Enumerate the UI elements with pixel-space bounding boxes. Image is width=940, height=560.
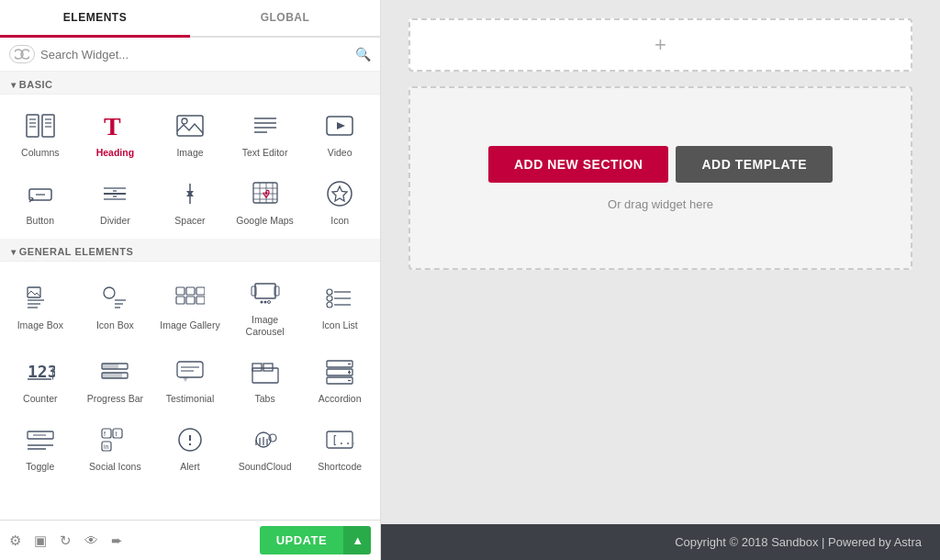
- widget-toggle-label: Toggle: [26, 461, 54, 473]
- search-bar: 🔍: [0, 38, 380, 72]
- update-button[interactable]: UPDATE: [260, 526, 343, 554]
- widget-google-maps-label: Google Maps: [236, 215, 293, 227]
- widget-social-icons-label: Social Icons: [89, 461, 141, 473]
- widget-soundcloud-label: SoundCloud: [239, 461, 292, 473]
- svg-point-63: [327, 289, 332, 295]
- widget-image-gallery[interactable]: Image Gallery: [153, 267, 227, 344]
- image-box-icon: [24, 282, 57, 315]
- text-editor-icon: [249, 109, 282, 142]
- tab-elements[interactable]: ELEMENTS: [0, 0, 190, 38]
- widget-icon-list-label: Icon List: [322, 319, 358, 331]
- svg-rect-3: [42, 115, 54, 137]
- add-section-row[interactable]: +: [408, 18, 912, 72]
- svg-point-59: [267, 301, 270, 304]
- svg-rect-72: [102, 373, 122, 378]
- tab-bar: ELEMENTS GLOBAL: [0, 0, 380, 38]
- widget-accordion[interactable]: Accordion: [303, 346, 376, 412]
- widget-image-carousel-label: Image Carousel: [232, 314, 298, 337]
- widget-image-box[interactable]: Image Box: [4, 267, 77, 344]
- widget-icon-box-label: Icon Box: [96, 319, 134, 331]
- alert-icon: [173, 423, 207, 456]
- widget-button-label: Button: [27, 215, 54, 227]
- widget-tabs[interactable]: Tabs: [229, 346, 302, 412]
- add-new-section-button[interactable]: ADD NEW SECTION: [488, 146, 669, 183]
- update-btn-group: UPDATE ▲: [260, 526, 371, 554]
- image-carousel-icon: [249, 276, 282, 309]
- svg-marker-18: [337, 122, 345, 129]
- progress-bar-icon: [98, 355, 131, 388]
- svg-rect-92: [113, 429, 122, 438]
- widget-divider[interactable]: Divider: [79, 168, 152, 234]
- widget-google-maps[interactable]: Google Maps: [229, 168, 302, 234]
- spacer-icon: [173, 177, 207, 210]
- page-footer: Copyright © 2018 Sandbox | Powered by As…: [381, 524, 940, 560]
- basic-widget-grid: Columns T Heading Image: [0, 95, 380, 239]
- bottom-toolbar: ⚙ ▣ ↻ 👁 ➨ UPDATE ▲: [0, 520, 380, 560]
- widget-shortcode[interactable]: [...] Shortcode: [303, 414, 376, 480]
- widget-testimonial-label: Testimonial: [166, 393, 215, 405]
- svg-text:T: T: [104, 112, 121, 140]
- widget-counter-label: Counter: [23, 393, 57, 405]
- svg-text:t: t: [116, 431, 118, 437]
- svg-point-44: [104, 287, 115, 298]
- widget-icon-list[interactable]: Icon List: [303, 267, 376, 344]
- canvas-area: + ADD NEW SECTION ADD TEMPLATE Or drag w…: [381, 0, 940, 524]
- widget-testimonial[interactable]: Testimonial: [153, 346, 227, 412]
- widget-video[interactable]: Video: [303, 100, 376, 166]
- svg-rect-52: [186, 297, 195, 304]
- columns-icon: [24, 109, 57, 142]
- settings-icon[interactable]: ⚙: [9, 532, 21, 549]
- responsive-icon[interactable]: ▣: [34, 532, 47, 549]
- widget-image-label: Image: [176, 147, 203, 159]
- tab-global[interactable]: GLOBAL: [190, 0, 380, 36]
- svg-point-37: [264, 191, 267, 194]
- update-arrow-button[interactable]: ▲: [343, 526, 371, 554]
- preview-icon[interactable]: 👁: [84, 532, 98, 548]
- widget-text-editor[interactable]: Text Editor: [229, 100, 302, 166]
- widget-columns[interactable]: Columns: [4, 100, 77, 166]
- widget-heading[interactable]: T Heading: [79, 100, 152, 166]
- svg-rect-70: [102, 364, 118, 369]
- widget-progress-bar[interactable]: Progress Bar: [79, 346, 152, 412]
- image-gallery-icon: [173, 282, 207, 315]
- widget-tabs-label: Tabs: [255, 393, 275, 405]
- favorites-icon[interactable]: [9, 45, 35, 63]
- widget-button[interactable]: Button: [4, 168, 77, 234]
- widget-soundcloud[interactable]: SoundCloud: [229, 414, 302, 480]
- widget-image[interactable]: Image: [153, 100, 227, 166]
- left-panel: ELEMENTS GLOBAL 🔍 BASIC Columns: [0, 0, 381, 560]
- button-icon: [24, 177, 57, 210]
- widget-icon-label: Icon: [330, 215, 349, 227]
- widget-spacer[interactable]: Spacer: [153, 168, 227, 234]
- add-template-button[interactable]: ADD TEMPLATE: [676, 146, 833, 183]
- video-icon: [323, 109, 356, 142]
- svg-point-65: [327, 302, 332, 308]
- drag-hint: Or drag widget here: [608, 197, 713, 211]
- widget-icon-box[interactable]: Icon Box: [79, 267, 152, 344]
- search-input[interactable]: [40, 48, 350, 62]
- search-icon[interactable]: 🔍: [355, 47, 371, 62]
- svg-point-12: [182, 118, 187, 124]
- add-section-plus-icon: +: [655, 33, 666, 57]
- widget-alert-label: Alert: [180, 461, 200, 473]
- widget-social-icons[interactable]: ftin Social Icons: [79, 414, 152, 480]
- heading-icon: T: [98, 109, 131, 142]
- widget-video-label: Video: [328, 147, 352, 159]
- svg-text:f: f: [104, 431, 106, 437]
- social-icons-icon: ftin: [98, 423, 131, 456]
- widget-image-carousel[interactable]: Image Carousel: [229, 267, 302, 344]
- widget-alert[interactable]: Alert: [153, 414, 227, 480]
- widget-counter[interactable]: 123| Counter: [4, 346, 77, 412]
- svg-point-64: [327, 296, 332, 301]
- soundcloud-icon: [249, 423, 282, 456]
- testimonial-icon: [173, 355, 207, 388]
- counter-icon: 123|: [24, 355, 57, 388]
- svg-marker-29: [186, 192, 194, 196]
- svg-rect-51: [176, 297, 185, 304]
- widget-icon[interactable]: Icon: [303, 168, 376, 234]
- navigate-icon[interactable]: ➨: [111, 532, 123, 549]
- svg-rect-11: [177, 116, 203, 136]
- widget-toggle[interactable]: Toggle: [4, 414, 77, 480]
- history-icon[interactable]: ↻: [60, 532, 72, 549]
- widget-heading-label: Heading: [96, 147, 134, 159]
